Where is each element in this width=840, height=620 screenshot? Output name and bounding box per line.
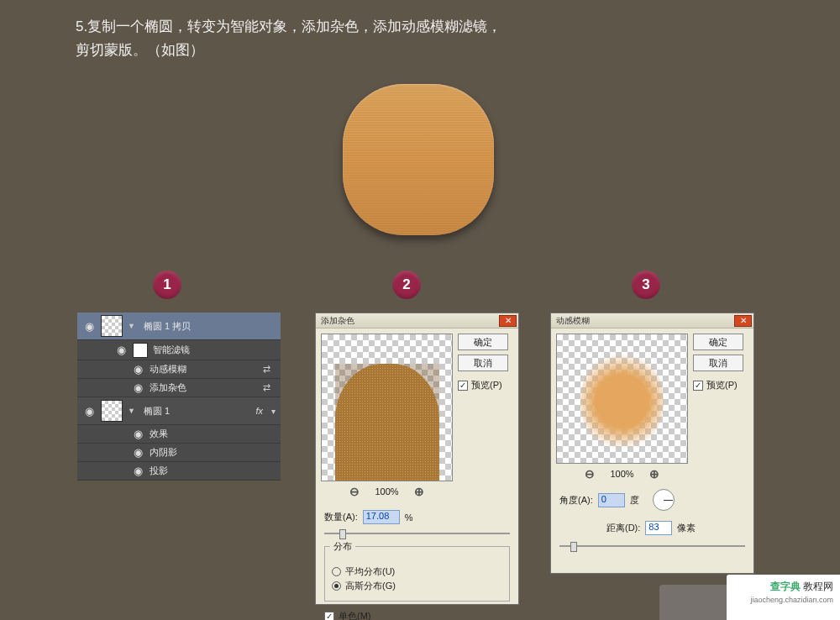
ok-button[interactable]: 确定 (458, 334, 508, 350)
blur-preview (556, 334, 688, 464)
step-badge-2: 2 (392, 271, 421, 299)
visibility-eye-icon[interactable]: ◉ (131, 465, 144, 477)
gaussian-label: 高斯分布(G) (345, 580, 396, 592)
watermark-site: 查字典 (770, 581, 801, 592)
close-icon[interactable]: ✕ (734, 315, 752, 327)
distance-label: 距离(D): (606, 522, 640, 534)
watermark-sub: 教程网 (803, 581, 833, 592)
filter-mask-thumbnail (133, 343, 148, 358)
dialog-titlebar[interactable]: 动感模糊 ✕ (551, 313, 753, 328)
blur-preview-shape (580, 349, 664, 452)
fx-indicator[interactable]: fx (255, 406, 266, 416)
wood-squircle-preview (343, 84, 494, 235)
disclosure-arrow-icon[interactable]: ▼ (128, 407, 135, 415)
uniform-label: 平均分布(U) (345, 565, 395, 578)
uniform-radio-row[interactable]: 平均分布(U) (332, 565, 502, 578)
layer-row-ellipse[interactable]: ◉ ▼ 椭圆 1 fx ▾ (77, 397, 281, 425)
instruction-line-1: 5.复制一个椭圆，转变为智能对象，添加杂色，添加动感模糊滤镜， (76, 15, 501, 39)
angle-input[interactable]: 0 (598, 493, 625, 507)
layer-name: 椭圆 1 拷贝 (144, 320, 191, 333)
filter-add-noise-row[interactable]: ◉ 添加杂色 ⇄ (77, 379, 281, 397)
noise-preview (321, 334, 453, 481)
motion-blur-dialog: 动感模糊 ✕ ⊖ 100% ⊕ 确定 取消 ✓ 预览(P) 角度(A): 0 度 (550, 313, 754, 574)
amount-label: 数量(A): (324, 511, 358, 523)
fx-disclosure-icon[interactable]: ▾ (271, 407, 276, 416)
layer-thumbnail (101, 315, 123, 337)
filter-options-icon[interactable]: ⇄ (263, 382, 276, 393)
preview-checkbox-row[interactable]: ✓ 预览(P) (458, 379, 508, 391)
effect-name: 内阴影 (150, 446, 177, 459)
filter-name: 动感模糊 (150, 363, 186, 376)
visibility-eye-icon[interactable]: ◉ (131, 381, 144, 394)
close-icon[interactable]: ✕ (499, 315, 517, 327)
layer-row-ellipse-copy[interactable]: ◉ ▼ 椭圆 1 拷贝 (77, 313, 281, 340)
effect-drop-shadow-row[interactable]: ◉ 投影 (77, 462, 281, 481)
dialog-title: 添加杂色 (321, 315, 354, 327)
zoom-out-icon[interactable]: ⊖ (349, 485, 360, 498)
checkbox-icon[interactable]: ✓ (324, 612, 334, 621)
cancel-button[interactable]: 取消 (458, 355, 508, 371)
zoom-in-icon[interactable]: ⊕ (649, 467, 659, 481)
step-badge-1: 1 (153, 271, 181, 299)
zoom-level: 100% (375, 486, 398, 497)
watermark-url: jiaocheng.chazidian.com (733, 593, 833, 607)
distance-input[interactable]: 83 (645, 521, 672, 535)
step-badge-3: 3 (632, 271, 660, 299)
layers-panel: ◉ ▼ 椭圆 1 拷贝 ◉ 智能滤镜 ◉ 动感模糊 ⇄ ◉ 添加杂色 ⇄ ◉ ▼… (77, 313, 281, 481)
preview-label: 预览(P) (471, 379, 502, 391)
amount-slider[interactable] (324, 529, 510, 538)
visibility-eye-icon[interactable]: ◉ (131, 446, 144, 459)
disclosure-arrow-icon[interactable]: ▼ (128, 322, 135, 330)
angle-label: 角度(A): (559, 494, 593, 507)
add-noise-dialog: 添加杂色 ✕ ⊖ 100% ⊕ 确定 取消 ✓ 预览(P) 数量(A): 17.… (315, 313, 519, 605)
amount-input[interactable]: 17.08 (363, 510, 400, 524)
zoom-out-icon[interactable]: ⊖ (585, 467, 595, 481)
effects-label: 效果 (150, 428, 168, 440)
ok-button[interactable]: 确定 (693, 334, 743, 350)
angle-field: 角度(A): 0 度 (559, 489, 745, 511)
effect-inner-shadow-row[interactable]: ◉ 内阴影 (77, 444, 281, 462)
filter-options-icon[interactable]: ⇄ (263, 364, 276, 375)
checkbox-icon[interactable]: ✓ (693, 381, 703, 391)
watermark-bg (659, 585, 727, 620)
noise-preview-shape (335, 364, 439, 481)
visibility-eye-icon[interactable]: ◉ (114, 344, 128, 356)
angle-dial[interactable] (653, 489, 675, 511)
layer-name: 椭圆 1 (144, 405, 170, 418)
checkbox-icon[interactable]: ✓ (458, 381, 468, 391)
instruction-text: 5.复制一个椭圆，转变为智能对象，添加杂色，添加动感模糊滤镜， 剪切蒙版。（如图… (76, 15, 501, 62)
visibility-eye-icon[interactable]: ◉ (82, 320, 96, 333)
cancel-button[interactable]: 取消 (693, 355, 743, 371)
instruction-line-2: 剪切蒙版。（如图） (76, 39, 501, 62)
monochrome-checkbox-row[interactable]: ✓ 单色(M) (324, 610, 510, 620)
layer-thumbnail (101, 400, 123, 422)
distance-field: 距离(D): 83 像素 (559, 521, 745, 535)
visibility-eye-icon[interactable]: ◉ (82, 405, 96, 418)
amount-unit: % (405, 512, 413, 523)
distribution-group: 分布 平均分布(U) 高斯分布(G) (324, 546, 510, 602)
gaussian-radio-row[interactable]: 高斯分布(G) (332, 580, 502, 592)
zoom-in-icon[interactable]: ⊕ (414, 485, 424, 498)
monochrome-label: 单色(M) (339, 610, 371, 620)
dialog-titlebar[interactable]: 添加杂色 ✕ (316, 313, 518, 328)
smart-filters-label: 智能滤镜 (153, 344, 190, 356)
angle-unit: 度 (630, 494, 639, 507)
filter-motion-blur-row[interactable]: ◉ 动感模糊 ⇄ (77, 360, 281, 379)
zoom-level: 100% (610, 469, 633, 479)
smart-filters-row[interactable]: ◉ 智能滤镜 (77, 340, 281, 360)
dialog-title: 动感模糊 (556, 315, 590, 327)
radio-icon[interactable] (332, 581, 341, 591)
distance-slider[interactable] (559, 542, 745, 550)
visibility-eye-icon[interactable]: ◉ (131, 363, 144, 376)
visibility-eye-icon[interactable]: ◉ (131, 428, 144, 440)
distance-unit: 像素 (677, 522, 696, 534)
effects-row[interactable]: ◉ 效果 (77, 425, 281, 444)
effect-name: 投影 (150, 465, 168, 477)
watermark: 查字典 教程网 jiaocheng.chazidian.com (659, 575, 840, 620)
preview-label: 预览(P) (706, 379, 738, 391)
distribution-legend: 分布 (330, 540, 355, 553)
zoom-controls: ⊖ 100% ⊕ (556, 467, 688, 481)
radio-icon[interactable] (332, 567, 341, 576)
preview-checkbox-row[interactable]: ✓ 预览(P) (693, 379, 743, 391)
zoom-controls: ⊖ 100% ⊕ (321, 485, 453, 498)
